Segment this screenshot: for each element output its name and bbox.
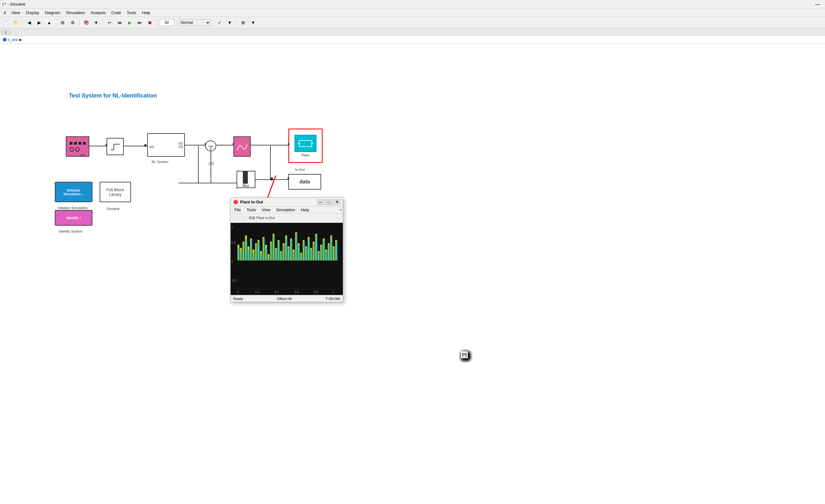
sub-menu-simulation[interactable]: Simulation bbox=[274, 207, 298, 213]
init-text: Initialize Simulation .. bbox=[63, 189, 84, 196]
plant-name: Plant bbox=[301, 153, 309, 157]
grid-button[interactable]: ⊞ bbox=[239, 18, 247, 27]
sub-tb-sep2 bbox=[235, 215, 235, 221]
minimize-button[interactable]: — bbox=[813, 2, 823, 7]
sub-tb-sep5 bbox=[241, 215, 242, 221]
wire-horiz-plant bbox=[270, 145, 289, 145]
init-line2: Simulation .. bbox=[63, 192, 84, 196]
menu-bar: it View Display Diagram Simulation Analy… bbox=[0, 9, 825, 17]
forward-button[interactable]: ▶ bbox=[35, 18, 44, 27]
menu-analysis[interactable]: Analysis bbox=[88, 10, 108, 16]
menu-it[interactable]: it bbox=[1, 10, 8, 16]
sub-menu-file[interactable]: File bbox=[232, 207, 243, 213]
block-scope[interactable] bbox=[233, 136, 251, 157]
plant-icon bbox=[298, 138, 313, 149]
fbl-line2: Library bbox=[109, 192, 122, 197]
separator-3 bbox=[79, 19, 80, 26]
sub-win-menu: File Tools View Simulation Help » bbox=[231, 207, 343, 213]
sub-win-close[interactable]: ✕ bbox=[333, 199, 340, 205]
block-step[interactable] bbox=[106, 138, 124, 155]
sim-time-input[interactable]: 50 bbox=[159, 19, 174, 26]
svg-rect-82 bbox=[308, 238, 310, 261]
menu-display[interactable]: Display bbox=[23, 10, 42, 16]
x-axis-08: 0.8 bbox=[314, 290, 318, 294]
menu-code[interactable]: Code bbox=[109, 10, 124, 16]
model-button[interactable]: ⊞ bbox=[58, 18, 67, 27]
menu-help[interactable]: Help bbox=[139, 10, 153, 16]
nlsys-label3: y(t) bbox=[178, 142, 183, 145]
play-button[interactable]: ▶ bbox=[125, 18, 134, 27]
block-full-block-library[interactable]: Full Block Library bbox=[100, 182, 131, 202]
sub-tb-save[interactable]: 💾 bbox=[461, 351, 468, 358]
sub-menu-tools[interactable]: Tools bbox=[244, 207, 258, 213]
plant-sublabel: In-Out bbox=[295, 168, 305, 171]
tab-t[interactable]: t bbox=[1, 29, 10, 35]
block-nl-system[interactable]: u(t) x(t) y(t) bbox=[147, 133, 185, 157]
undo-button[interactable]: ↩ bbox=[105, 18, 114, 27]
wire-mux-horiz bbox=[211, 183, 237, 184]
separator-2 bbox=[56, 19, 56, 26]
redo-button[interactable]: ⏮ bbox=[115, 18, 124, 27]
y-axis-max: 1 bbox=[231, 225, 233, 229]
svg-rect-71 bbox=[281, 253, 282, 261]
x-axis-04: 0.4 bbox=[275, 290, 279, 294]
svg-rect-59 bbox=[251, 240, 252, 261]
dropdown-button[interactable]: ▼ bbox=[92, 18, 100, 27]
sim-mode-select[interactable]: Normal Accelerator bbox=[179, 19, 211, 26]
library-button[interactable]: 📚 bbox=[82, 18, 90, 27]
block-init-simulation[interactable]: Initialize Simulation .. bbox=[55, 182, 92, 202]
sub-win-minimize[interactable]: — bbox=[317, 199, 324, 205]
sub-tb-sep6 bbox=[243, 215, 244, 221]
block-mux[interactable]: Mux bbox=[237, 171, 255, 188]
sub-menu-view[interactable]: View bbox=[259, 207, 273, 213]
breadcrumb-path[interactable]: s_test bbox=[8, 38, 18, 42]
breadcrumb-icon: 🔵 bbox=[2, 38, 7, 42]
new-button[interactable]: 📄 bbox=[1, 18, 10, 27]
menu-view[interactable]: View bbox=[9, 10, 23, 16]
check-dropdown[interactable]: ▼ bbox=[225, 18, 234, 27]
sub-win-toolbar: ⚙ ▼ ⏮ ▶ ⏭ ⏹ ⚙ ▼ 🔍 ▼ ⊡ ▼ ↑ 💾 停錯 Plant In-… bbox=[231, 213, 343, 223]
sub-tb-sep1 bbox=[232, 215, 233, 221]
block-signal-generator[interactable] bbox=[66, 136, 89, 157]
svg-rect-60 bbox=[253, 253, 255, 261]
settings-button[interactable]: ⚙ bbox=[68, 18, 77, 27]
x-axis-06: 0.6 bbox=[295, 290, 299, 294]
sub-win-maximize[interactable]: □ bbox=[325, 199, 332, 205]
open-button[interactable]: 📁 bbox=[11, 18, 20, 27]
block-data[interactable]: data bbox=[288, 174, 321, 190]
stop-button[interactable]: ⏹ bbox=[145, 18, 154, 27]
svg-rect-78 bbox=[298, 245, 300, 261]
sub-win-icon: 🔴 bbox=[233, 200, 238, 204]
svg-rect-66 bbox=[268, 257, 270, 261]
svg-rect-64 bbox=[263, 238, 265, 261]
sub-win-extra: » bbox=[340, 208, 342, 212]
canvas: Test System for NL-Identification u(t) bbox=[0, 44, 825, 504]
svg-rect-92 bbox=[333, 248, 335, 261]
svg-rect-81 bbox=[306, 248, 307, 261]
svg-rect-93 bbox=[336, 242, 338, 261]
step-button[interactable]: ⏭ bbox=[135, 18, 144, 27]
wire-sum-scope bbox=[216, 145, 233, 145]
tab-bar: t bbox=[0, 28, 825, 36]
scope-icon bbox=[236, 139, 248, 154]
grid-dropdown[interactable]: ▼ bbox=[249, 18, 257, 27]
back-button[interactable]: ◀ bbox=[25, 18, 33, 27]
fbl-sublabel: Simulink bbox=[106, 207, 120, 211]
svg-rect-83 bbox=[311, 249, 312, 261]
svg-rect-55 bbox=[241, 251, 242, 261]
breadcrumb-arrow: ▶ bbox=[19, 38, 22, 42]
block-identify[interactable]: Identify ! bbox=[55, 210, 92, 226]
menu-tools[interactable]: Tools bbox=[124, 10, 139, 16]
siggen-icon bbox=[68, 140, 88, 154]
breadcrumb: 🔵 s_test ▶ bbox=[0, 36, 825, 44]
block-plant-inout[interactable]: Plant bbox=[288, 129, 323, 163]
sub-menu-help[interactable]: Help bbox=[298, 207, 312, 213]
sub-win-title: Plant In-Out bbox=[240, 200, 263, 204]
menu-diagram[interactable]: Diagram bbox=[42, 10, 63, 16]
up-button[interactable]: ▲ bbox=[45, 18, 54, 27]
separator-4 bbox=[103, 19, 103, 26]
svg-rect-72 bbox=[283, 245, 285, 261]
check-button[interactable]: ✓ bbox=[215, 18, 224, 27]
menu-simulation[interactable]: Simulation bbox=[63, 10, 87, 16]
wire-vert-plant bbox=[270, 146, 271, 180]
